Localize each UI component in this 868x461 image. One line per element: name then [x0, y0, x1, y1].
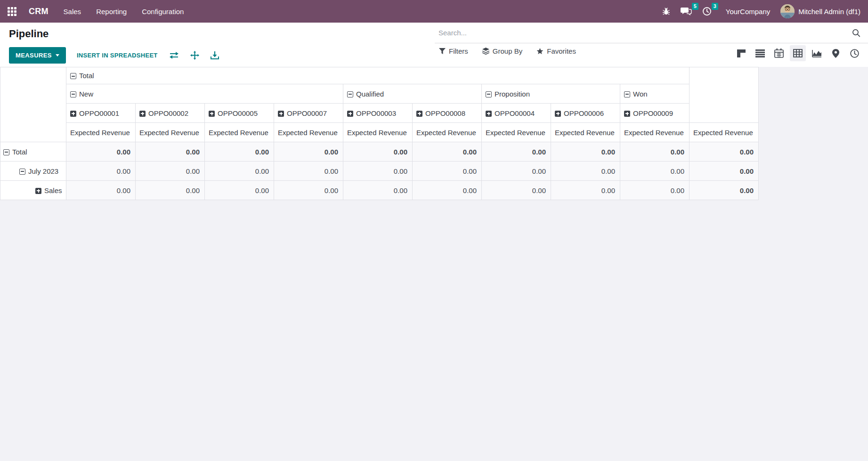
- insert-in-spreadsheet-button[interactable]: INSERT IN SPREADSHEET: [77, 52, 158, 59]
- pivot-value-cell[interactable]: 0.00: [551, 181, 620, 200]
- pivot-measure-header[interactable]: Expected Revenue: [205, 123, 274, 142]
- collapse-icon: [3, 149, 9, 155]
- pivot-value-cell[interactable]: 0.00: [620, 162, 690, 181]
- pivot-header-stage[interactable]: Qualified: [343, 84, 482, 104]
- pivot-value-cell[interactable]: 0.00: [274, 181, 343, 200]
- pivot-row-header[interactable]: Sales: [0, 181, 66, 200]
- calendar-view-button[interactable]: [771, 45, 787, 61]
- map-view-button[interactable]: [827, 45, 844, 61]
- pivot-header-opportunity[interactable]: OPPO00005: [205, 104, 274, 123]
- activities-clock-icon[interactable]: 3: [702, 7, 712, 16]
- pivot-measure-header[interactable]: Expected Revenue: [274, 123, 343, 142]
- pivot-value-cell[interactable]: 0.00: [343, 162, 413, 181]
- graph-view-button[interactable]: [809, 45, 825, 61]
- pivot-header-opportunity[interactable]: OPPO00008: [413, 104, 482, 123]
- pivot-value-cell[interactable]: 0.00: [274, 142, 343, 162]
- pivot-header-opportunity[interactable]: OPPO00002: [136, 104, 205, 123]
- search-icon[interactable]: [852, 29, 860, 37]
- pivot-value-cell[interactable]: 0.00: [551, 162, 620, 181]
- pivot-value-cell[interactable]: 0.00: [343, 142, 413, 162]
- pivot-row-header[interactable]: July 2023: [0, 162, 66, 181]
- pivot-table: Total NewQualifiedPropositionWonOPPO0000…: [0, 67, 759, 200]
- pivot-value-cell[interactable]: 0.00: [482, 181, 551, 200]
- apps-menu-icon[interactable]: [8, 7, 16, 16]
- list-view-button[interactable]: [752, 45, 768, 61]
- pivot-value-cell[interactable]: 0.00: [274, 162, 343, 181]
- pivot-header-opportunity[interactable]: OPPO00004: [482, 104, 551, 123]
- pivot-measure-header[interactable]: Expected Revenue: [690, 123, 759, 142]
- expand-all-icon[interactable]: [190, 51, 199, 60]
- pivot-value-cell[interactable]: 0.00: [413, 162, 482, 181]
- menu-reporting[interactable]: Reporting: [96, 8, 127, 16]
- search-bar: [435, 23, 868, 43]
- pivot-header-stage[interactable]: Proposition: [482, 84, 620, 104]
- search-input[interactable]: [435, 29, 852, 37]
- pivot-value-cell[interactable]: 0.00: [551, 142, 620, 162]
- messages-count-badge: 5: [692, 3, 698, 10]
- pivot-header-opportunity[interactable]: OPPO00003: [343, 104, 413, 123]
- pivot-measure-header[interactable]: Expected Revenue: [66, 123, 136, 142]
- pivot-value-cell[interactable]: 0.00: [136, 181, 205, 200]
- pivot-value-cell[interactable]: 0.00: [136, 162, 205, 181]
- app-name[interactable]: CRM: [29, 7, 49, 16]
- messages-icon[interactable]: 5: [681, 7, 692, 16]
- debug-bug-icon[interactable]: [662, 8, 670, 16]
- favorites-button[interactable]: Favorites: [536, 47, 576, 55]
- pivot-header-opportunity[interactable]: OPPO00001: [66, 104, 136, 123]
- menu-sales[interactable]: Sales: [64, 8, 81, 16]
- pivot-value-cell[interactable]: 0.00: [690, 181, 759, 200]
- activity-view-button[interactable]: [846, 45, 862, 61]
- expand-icon: [70, 111, 76, 117]
- menu-configuration[interactable]: Configuration: [142, 8, 184, 16]
- expand-icon: [35, 188, 41, 194]
- collapse-icon: [19, 169, 25, 175]
- pivot-value-cell[interactable]: 0.00: [136, 142, 205, 162]
- pivot-value-cell[interactable]: 0.00: [620, 181, 690, 200]
- pivot-measure-header[interactable]: Expected Revenue: [136, 123, 205, 142]
- expand-icon: [139, 111, 146, 117]
- pivot-value-cell[interactable]: 0.00: [690, 142, 759, 162]
- pivot-value-cell[interactable]: 0.00: [66, 142, 136, 162]
- pivot-row: July 20230.000.000.000.000.000.000.000.0…: [0, 162, 759, 181]
- pivot-rows: Total0.000.000.000.000.000.000.000.000.0…: [0, 142, 759, 200]
- pivot-value-cell[interactable]: 0.00: [620, 142, 690, 162]
- expand-icon: [278, 111, 284, 117]
- group-by-button[interactable]: Group By: [482, 47, 522, 55]
- pivot-measure-header[interactable]: Expected Revenue: [620, 123, 690, 142]
- pivot-measure-header[interactable]: Expected Revenue: [343, 123, 413, 142]
- download-xlsx-icon[interactable]: [211, 51, 219, 60]
- pivot-measure-header[interactable]: Expected Revenue: [551, 123, 620, 142]
- collapse-icon: [624, 91, 630, 97]
- pivot-header-opportunity[interactable]: OPPO00007: [274, 104, 343, 123]
- pivot-row: Sales0.000.000.000.000.000.000.000.000.0…: [0, 181, 759, 200]
- pivot-measure-header[interactable]: Expected Revenue: [482, 123, 551, 142]
- pivot-view-button[interactable]: [790, 45, 806, 61]
- pivot-value-cell[interactable]: 0.00: [413, 142, 482, 162]
- collapse-icon: [70, 73, 76, 79]
- pivot-value-cell[interactable]: 0.00: [66, 181, 136, 200]
- kanban-view-button[interactable]: [733, 45, 749, 61]
- pivot-header-opportunity[interactable]: OPPO00006: [551, 104, 620, 123]
- pivot-header-total[interactable]: Total: [66, 67, 690, 84]
- pivot-value-cell[interactable]: 0.00: [413, 181, 482, 200]
- search-facets: Filters Group By Favorites: [439, 47, 576, 55]
- pivot-value-cell[interactable]: 0.00: [343, 181, 413, 200]
- pivot-value-cell[interactable]: 0.00: [690, 162, 759, 181]
- pivot-value-cell[interactable]: 0.00: [66, 162, 136, 181]
- pivot-value-cell[interactable]: 0.00: [205, 181, 274, 200]
- pivot-value-cell[interactable]: 0.00: [482, 142, 551, 162]
- pivot-measure-header[interactable]: Expected Revenue: [413, 123, 482, 142]
- pivot-header-opportunity[interactable]: OPPO00009: [620, 104, 690, 123]
- filters-button[interactable]: Filters: [439, 47, 468, 55]
- pivot-value-cell[interactable]: 0.00: [482, 162, 551, 181]
- company-switcher[interactable]: YourCompany: [726, 8, 771, 16]
- measures-button[interactable]: MEASURES: [9, 47, 66, 64]
- pivot-value-cell[interactable]: 0.00: [205, 142, 274, 162]
- pivot-header-stage[interactable]: Won: [620, 84, 690, 104]
- pivot-row-header[interactable]: Total: [0, 142, 66, 162]
- pivot-value-cell[interactable]: 0.00: [205, 162, 274, 181]
- user-menu[interactable]: Mitchell Admin (df1): [780, 4, 860, 18]
- collapse-icon: [70, 91, 76, 97]
- pivot-header-stage[interactable]: New: [66, 84, 343, 104]
- flip-axis-icon[interactable]: [169, 51, 179, 59]
